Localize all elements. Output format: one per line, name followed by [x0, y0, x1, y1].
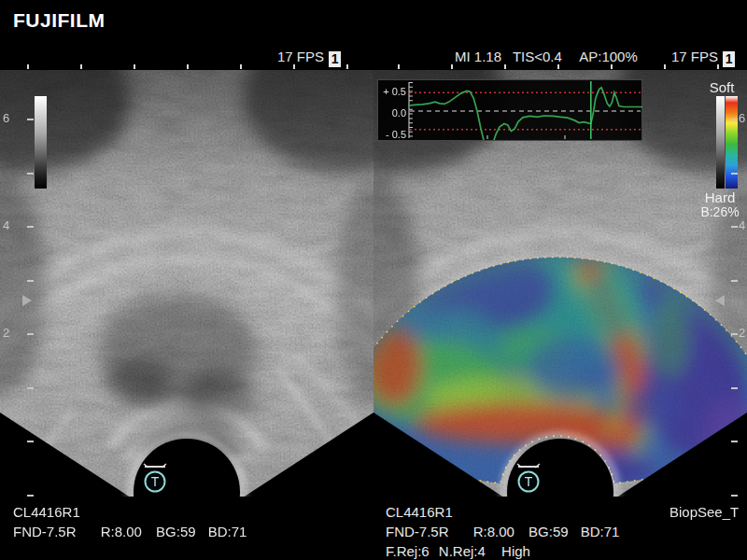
- strain-graph-plot: [408, 80, 642, 140]
- bd-value: BD:71: [208, 522, 247, 541]
- image-info-left: CL4416R1 FND-7.5R R:8.00 BG:59 BD:71: [13, 502, 247, 541]
- width-tick: [557, 64, 559, 69]
- noise-reject-value: N.Rej:4: [439, 541, 486, 560]
- depth-tick: [27, 226, 34, 228]
- width-tick: [134, 64, 135, 69]
- frame-rate-value: 17 FPS: [671, 49, 718, 64]
- graph-ylabel-mid: 0.0: [378, 107, 406, 119]
- acoustic-output-status: MI 1.18 TIS<0.4 AP:100%: [455, 49, 638, 64]
- width-tick: [27, 64, 29, 69]
- depth-label: 2: [739, 326, 745, 340]
- depth-tick: [731, 333, 738, 335]
- frame-rate-right: 17 FPS1: [671, 49, 735, 67]
- strain-graph: + 0.5 0.0 - 0.5: [377, 79, 642, 141]
- depth-tick: [27, 280, 34, 282]
- frame-reject-value: F.Rej:6: [386, 541, 430, 560]
- depth-label: 4: [3, 218, 9, 232]
- b-gain-label: B:26%: [694, 204, 746, 219]
- width-tick: [717, 64, 719, 69]
- transducer-name: FND-7.5R: [13, 522, 77, 541]
- bmode-svg-left: T: [0, 70, 374, 497]
- image-info-right: CL4416R1 FND-7.5R R:8.00 BG:59 BD:71 F.R…: [386, 502, 619, 560]
- width-tick: [187, 64, 189, 69]
- depth-label: 6: [3, 111, 9, 125]
- width-tick: [80, 64, 82, 69]
- depth-tick: [731, 280, 738, 282]
- bg-value: BG:59: [156, 522, 196, 541]
- depth-tick: [731, 226, 738, 228]
- ap-value: AP:100%: [579, 49, 638, 64]
- focus-marker-icon: [22, 295, 32, 306]
- depth-tick: [27, 173, 34, 175]
- focus-marker-icon: [715, 295, 725, 306]
- width-tick: [240, 64, 242, 69]
- strain-curve: [408, 88, 642, 140]
- depth-tick: [731, 387, 738, 389]
- width-tick: [346, 64, 348, 69]
- width-tick: [398, 64, 400, 69]
- probe-name: CL4416R1: [386, 502, 619, 522]
- probe-name: CL4416R1: [13, 502, 247, 522]
- soft-label: Soft: [698, 79, 745, 95]
- radius-value: R:8.00: [473, 522, 514, 541]
- width-tick: [293, 64, 295, 69]
- preset-name: BiopSee_T: [669, 502, 739, 522]
- depth-label: 2: [3, 326, 9, 340]
- frame-rate-left: 17 FPS1: [277, 49, 341, 67]
- elasto-color-bar: [726, 96, 738, 189]
- hard-label: Hard: [697, 189, 743, 205]
- fujifilm-logo: FUJIFILM: [13, 9, 106, 32]
- width-tick: [611, 64, 613, 69]
- ultrasound-screen: FUJIFILM 17 FPS1 MI 1.18 TIS<0.4 AP:100%…: [0, 0, 747, 560]
- depth-tick: [731, 119, 738, 120]
- depth-tick: [27, 441, 34, 442]
- mi-value: MI 1.18: [455, 49, 501, 64]
- probe-marker-label: T: [525, 474, 533, 489]
- radius-value: R:8.00: [101, 522, 142, 541]
- depth-tick: [731, 441, 738, 442]
- width-tick: [664, 64, 666, 69]
- frame-number-badge: 1: [329, 51, 341, 67]
- bd-value: BD:71: [581, 522, 620, 541]
- depth-tick: [731, 173, 738, 175]
- probe-marker-label: T: [151, 474, 160, 489]
- graph-ylabel-top: + 0.5: [378, 86, 406, 97]
- frame-number-badge: 1: [723, 51, 735, 67]
- gray-scale-bar: [35, 96, 47, 189]
- width-tick: [451, 64, 453, 69]
- frame-rate-value: 17 FPS: [277, 49, 324, 64]
- transducer-name: FND-7.5R: [386, 522, 449, 541]
- depth-tick: [27, 495, 34, 497]
- smoothing-value: High: [501, 541, 530, 560]
- bg-value: BG:59: [529, 522, 569, 541]
- tis-value: TIS<0.4: [513, 49, 562, 64]
- depth-tick: [27, 387, 34, 389]
- width-tick: [504, 64, 506, 69]
- depth-label: 6: [739, 111, 745, 125]
- depth-label: 4: [739, 218, 745, 232]
- depth-tick: [27, 119, 34, 120]
- depth-tick: [731, 495, 738, 497]
- graph-ylabel-bot: - 0.5: [378, 129, 406, 140]
- gray-scale-bar: [716, 96, 725, 189]
- depth-tick: [27, 333, 34, 335]
- bmode-image-left: T: [0, 70, 374, 497]
